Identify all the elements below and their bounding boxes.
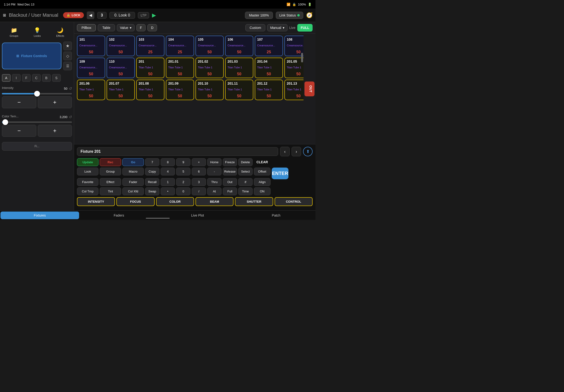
- key-7[interactable]: 7: [145, 158, 159, 166]
- key-select[interactable]: Select: [238, 168, 253, 175]
- key-fader[interactable]: Fader: [122, 178, 144, 186]
- fixture-cell-201.02[interactable]: 201.02 Titan Tube 1 50: [195, 58, 224, 78]
- update-btn[interactable]: Update: [77, 158, 98, 166]
- manual-dropdown[interactable]: Manual ▾: [267, 24, 288, 31]
- key-group[interactable]: Group: [100, 168, 121, 175]
- key-slash[interactable]: /: [192, 187, 206, 195]
- key-6[interactable]: 6: [192, 168, 206, 175]
- key-8[interactable]: 8: [161, 158, 175, 166]
- key-delete[interactable]: Delete: [238, 158, 253, 166]
- key-plus[interactable]: +: [192, 158, 206, 166]
- key-dot[interactable]: •: [161, 187, 175, 195]
- key-swap[interactable]: Swap: [145, 187, 159, 195]
- fixture-cell-110[interactable]: 110 Creamsource... 50: [107, 58, 135, 78]
- compass-button[interactable]: 🧭: [306, 12, 313, 18]
- key-minus[interactable]: -: [207, 168, 221, 175]
- fixture-cell-201.04[interactable]: 201.04 Titan Tube 1 50: [255, 58, 283, 78]
- key-thru[interactable]: Thru: [207, 178, 221, 186]
- channel-i-btn[interactable]: I: [12, 74, 21, 82]
- prev-look-button[interactable]: ◀: [87, 12, 94, 19]
- fixture-cell-109[interactable]: 109 Creamsource... 50: [77, 58, 105, 78]
- diamond-btn[interactable]: ◇: [63, 52, 72, 60]
- grid-scrollbar[interactable]: [301, 34, 303, 144]
- key-align[interactable]: Align: [254, 178, 271, 186]
- table-btn[interactable]: Table: [98, 24, 115, 31]
- live-btn[interactable]: Live: [289, 26, 296, 30]
- sidebar-looks-btn[interactable]: 💡 Looks: [31, 26, 43, 39]
- lock-button[interactable]: 🔒 LOCK: [63, 12, 84, 18]
- channel-c-btn[interactable]: C: [32, 74, 41, 82]
- color-temp-reset-icon[interactable]: ↺: [69, 115, 72, 119]
- key-copy[interactable]: Copy: [145, 168, 159, 175]
- fixture-cell-107[interactable]: 107 Creamsource... 25: [255, 36, 283, 56]
- fixture-cell-105[interactable]: 105 Creamsource... 50: [195, 36, 224, 56]
- key-favorite[interactable]: Favorite: [77, 178, 98, 186]
- link-status[interactable]: Link Status: [276, 12, 303, 19]
- extra-button[interactable]: Fi...: [2, 142, 72, 151]
- value-dropdown[interactable]: Value ▾: [117, 24, 135, 31]
- key-if[interactable]: if: [238, 178, 253, 186]
- fixture-cell-101[interactable]: 101 Creamsource... 50: [77, 36, 105, 56]
- fixture-cell-201.10[interactable]: 201.10 Titan Tube 1 50: [195, 80, 224, 100]
- key-effect[interactable]: Effect: [100, 178, 121, 186]
- key-9[interactable]: 9: [176, 158, 191, 166]
- fixture-cell-201.06[interactable]: 201.06 Titan Tube 1 50: [77, 80, 105, 100]
- key-offset[interactable]: Offset: [254, 168, 271, 175]
- enter-btn[interactable]: ENTER: [272, 168, 289, 179]
- intensity-inc-btn[interactable]: +: [38, 96, 72, 108]
- key-freeze[interactable]: Freeze: [223, 158, 237, 166]
- fixture-cell-201[interactable]: 201 Titan Tube 1 50: [136, 58, 165, 78]
- key-coltmp[interactable]: Col Tmp: [77, 187, 98, 195]
- fixture-next-btn[interactable]: ›: [291, 147, 301, 156]
- color-temp-slider-thumb[interactable]: [2, 119, 8, 125]
- master-button[interactable]: Master 100%: [245, 12, 273, 19]
- fixture-controls-btn[interactable]: ⊞ Fixture Controls: [2, 42, 61, 69]
- key-full[interactable]: Full: [223, 187, 237, 195]
- fixture-cell-104[interactable]: 104 Creamsource... 25: [166, 36, 194, 56]
- fixture-cell-106[interactable]: 106 Creamsource... 50: [225, 36, 253, 56]
- cat-intensity-btn[interactable]: INTENSITY: [77, 197, 115, 206]
- play-button[interactable]: ▶: [152, 12, 156, 18]
- fixture-cell-201.12[interactable]: 201.12 Titan Tube 1 50: [255, 80, 283, 100]
- channel-f-btn[interactable]: F: [22, 74, 31, 82]
- cat-color-btn[interactable]: COLOR: [156, 197, 194, 206]
- key-release[interactable]: Release: [223, 168, 237, 175]
- sidebar-groups-btn[interactable]: 📁 Groups: [7, 26, 21, 39]
- fixture-prev-btn[interactable]: ‹: [280, 147, 290, 156]
- cat-beam-btn[interactable]: BEAM: [195, 197, 234, 206]
- color-temp-inc-btn[interactable]: +: [38, 125, 72, 137]
- fixture-cell-201.07[interactable]: 201.07 Titan Tube 1 50: [107, 80, 135, 100]
- key-look[interactable]: Look: [77, 168, 98, 175]
- key-2[interactable]: 2: [176, 178, 191, 186]
- key-4[interactable]: 4: [161, 168, 175, 175]
- channel-s-btn[interactable]: S: [52, 74, 61, 82]
- intensity-slider[interactable]: [2, 93, 72, 94]
- key-home[interactable]: Home: [207, 158, 221, 166]
- upload-btn[interactable]: ⬆: [303, 147, 313, 156]
- key-at[interactable]: At: [207, 187, 221, 195]
- rec-btn[interactable]: Rec: [100, 158, 121, 166]
- f-button[interactable]: F: [137, 24, 146, 31]
- key-5[interactable]: 5: [176, 168, 191, 175]
- key-colxfd[interactable]: Col Xfd: [122, 187, 144, 195]
- key-1[interactable]: 1: [161, 178, 175, 186]
- key-macro[interactable]: Macro: [122, 168, 144, 175]
- intensity-slider-thumb[interactable]: [34, 91, 40, 97]
- color-temp-slider[interactable]: [2, 121, 72, 123]
- channel-a-btn[interactable]: A: [2, 74, 11, 82]
- d-button[interactable]: D: [148, 24, 157, 31]
- cat-focus-btn[interactable]: FOCUS: [116, 197, 154, 206]
- nav-live-plot[interactable]: Live Plot: [158, 211, 237, 219]
- list-btn[interactable]: ☰: [63, 62, 72, 70]
- key-tint[interactable]: Tint: [100, 187, 121, 195]
- key-recall[interactable]: Recall: [145, 178, 159, 186]
- fixture-cell-201.11[interactable]: 201.11 Titan Tube 1 50: [225, 80, 253, 100]
- star-btn[interactable]: ★: [63, 42, 72, 50]
- fixture-cell-102[interactable]: 102 Creamsource... 50: [107, 36, 135, 56]
- color-temp-dec-btn[interactable]: −: [2, 125, 36, 137]
- out-btn[interactable]: OUT: [304, 82, 315, 96]
- fixture-cell-201.08[interactable]: 201.08 Titan Tube 1 50: [136, 80, 165, 100]
- go-btn[interactable]: Go: [122, 158, 144, 166]
- fixture-cell-201.03[interactable]: 201.03 Titan Tube 1 50: [225, 58, 253, 78]
- key-3[interactable]: 3: [192, 178, 206, 186]
